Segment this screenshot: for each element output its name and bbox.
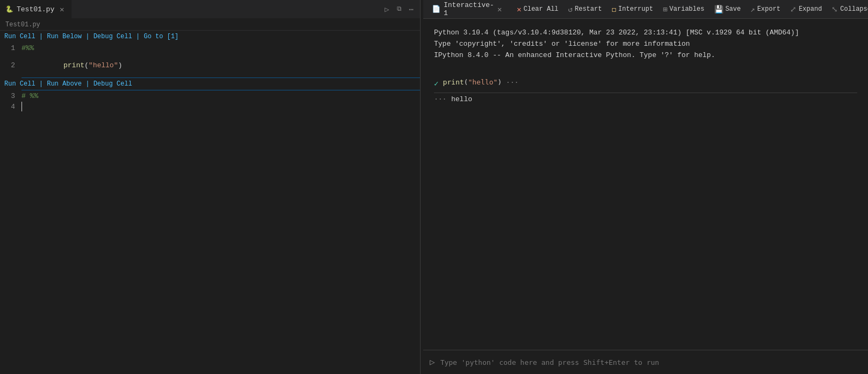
- cell-separator-1: [22, 77, 420, 78]
- cell2-toolbar-text[interactable]: Run Cell | Run Above | Debug Cell: [4, 80, 132, 88]
- output-code: print("hello") ···: [443, 78, 518, 86]
- editor-tab-close[interactable]: ✕: [58, 5, 66, 13]
- restart-button[interactable]: ↺ Restart: [564, 4, 606, 15]
- interactive-tab[interactable]: 📄 Interactive-1 ✕: [428, 0, 506, 19]
- interactive-content: Python 3.10.4 (tags/v3.10.4:9d38120, Mar…: [423, 19, 868, 350]
- output-string-val: "hello": [468, 78, 497, 86]
- editor-tab-bar: 🐍 Test01.py ✕ ▷ ⧉ ⋯: [0, 0, 420, 19]
- save-icon: 💾: [714, 5, 723, 14]
- variables-button[interactable]: ⊞ Variables: [658, 4, 708, 15]
- variables-icon: ⊞: [663, 5, 667, 14]
- line-number-1: 1: [0, 44, 22, 52]
- line-content-1[interactable]: #%%: [22, 44, 420, 52]
- interrupt-icon: ◻: [611, 5, 616, 14]
- line-number-2: 2: [0, 61, 22, 69]
- code-line-3: 3 # %%: [0, 90, 420, 101]
- restart-label: Restart: [575, 5, 602, 13]
- interrupt-label: Interrupt: [618, 5, 653, 13]
- export-icon: ↗: [750, 5, 755, 14]
- cell1-toolbar-text[interactable]: Run Cell | Run Below | Debug Cell | Go t…: [4, 33, 179, 40]
- app-container: 🐍 Test01.py ✕ ▷ ⧉ ⋯ Test01.py Run Cell |…: [0, 0, 868, 374]
- breadcrumb: Test01.py: [0, 19, 420, 31]
- line-content-4[interactable]: [22, 102, 420, 111]
- interactive-pane: 📄 Interactive-1 ✕ ✕ Clear All ↺ Restart …: [423, 0, 868, 374]
- output-block: ✓ print("hello") ··· ··· hello: [434, 74, 857, 105]
- output-result-dots: ···: [434, 95, 447, 103]
- interactive-tab-label: Interactive-1: [444, 1, 494, 17]
- line-number-4: 4: [0, 103, 22, 111]
- line-content-2: print("hello"): [22, 53, 420, 77]
- func-keyword: print: [63, 61, 84, 69]
- collapse-icon: ⤡: [831, 5, 838, 14]
- output-func-name: print: [443, 78, 464, 86]
- interactive-tab-close[interactable]: ✕: [497, 5, 502, 14]
- code-line-4[interactable]: 4: [0, 101, 420, 112]
- expand-icon: ⤢: [790, 5, 796, 14]
- interactive-toolbar: 📄 Interactive-1 ✕ ✕ Clear All ↺ Restart …: [423, 0, 868, 19]
- expand-label: Expand: [799, 5, 822, 13]
- editor-tab-actions: ▷ ⧉ ⋯: [382, 3, 420, 16]
- check-icon: ✓: [434, 79, 438, 88]
- editor-body: Run Cell | Run Below | Debug Cell | Go t…: [0, 31, 420, 374]
- collapse-button[interactable]: ⤡ Collapse: [827, 4, 868, 15]
- clear-icon: ✕: [517, 5, 521, 14]
- editor-tab-test01[interactable]: 🐍 Test01.py ✕: [0, 0, 72, 19]
- editor-tab-label: Test01.py: [17, 5, 54, 13]
- save-button[interactable]: 💾 Save: [710, 4, 745, 15]
- export-label: Export: [757, 5, 780, 13]
- line-number-3: 3: [0, 92, 22, 100]
- more-actions-button[interactable]: ⋯: [407, 3, 416, 16]
- output-result: ··· hello: [434, 93, 857, 105]
- interactive-tab-icon: 📄: [432, 5, 440, 13]
- editor-pane: 🐍 Test01.py ✕ ▷ ⧉ ⋯ Test01.py Run Cell |…: [0, 0, 421, 374]
- cell2-toolbar: Run Cell | Run Above | Debug Cell: [0, 78, 420, 90]
- python-file-icon: 🐍: [5, 5, 13, 13]
- line-content-3[interactable]: # %%: [22, 92, 420, 100]
- clear-all-button[interactable]: ✕ Clear All: [513, 4, 563, 15]
- code-line-1: 1 #%%: [0, 43, 420, 53]
- output-result-value: hello: [451, 95, 472, 103]
- input-run-button[interactable]: ▷: [430, 357, 435, 368]
- interactive-input-area: ▷: [423, 350, 868, 374]
- restart-icon: ↺: [568, 5, 572, 14]
- code-line-2: 2 print("hello"): [0, 53, 420, 77]
- breadcrumb-text: Test01.py: [5, 21, 40, 29]
- python-input-field[interactable]: [440, 358, 862, 366]
- export-button[interactable]: ↗ Export: [746, 4, 785, 15]
- split-editor-button[interactable]: ⧉: [395, 3, 404, 15]
- cell1-toolbar: Run Cell | Run Below | Debug Cell | Go t…: [0, 31, 420, 43]
- string-value: "hello": [89, 61, 118, 69]
- variables-label: Variables: [670, 5, 705, 13]
- save-label: Save: [725, 5, 741, 13]
- expand-button[interactable]: ⤢ Expand: [786, 4, 826, 15]
- run-button[interactable]: ▷: [382, 3, 391, 16]
- output-ellipsis: ···: [506, 78, 518, 86]
- interrupt-button[interactable]: ◻ Interrupt: [607, 4, 657, 15]
- python-info: Python 3.10.4 (tags/v3.10.4:9d38120, Mar…: [434, 27, 857, 61]
- clear-all-label: Clear All: [524, 5, 559, 13]
- collapse-label: Collapse: [840, 5, 868, 13]
- output-cell: ✓ print("hello") ···: [434, 74, 857, 93]
